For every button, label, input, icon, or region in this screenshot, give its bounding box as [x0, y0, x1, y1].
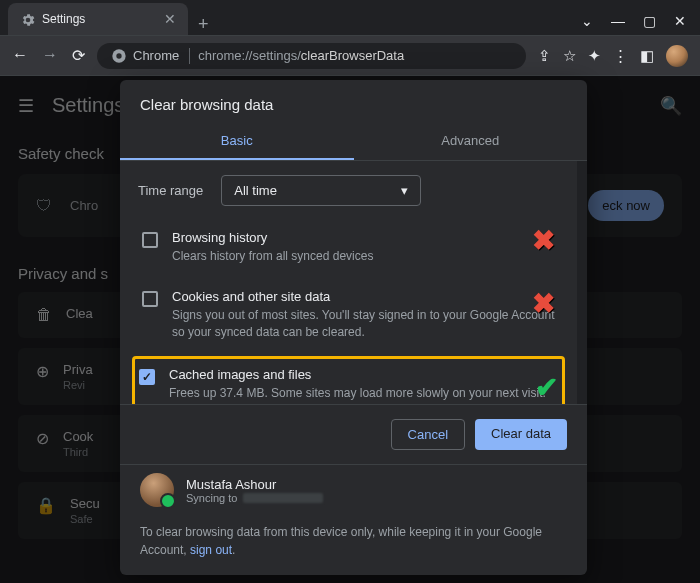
toolbar: ← → ⟳ Chrome chrome://settings/clearBrow…	[0, 36, 700, 76]
clear-data-button[interactable]: Clear data	[475, 419, 567, 450]
clear-data-dialog: Clear browsing data Basic Advanced Time …	[120, 80, 587, 575]
dialog-title: Clear browsing data	[120, 80, 587, 123]
scrollbar-thumb[interactable]	[579, 161, 585, 281]
option-title: Cookies and other site data	[172, 289, 555, 304]
address-bar[interactable]: Chrome chrome://settings/clearBrowserDat…	[97, 43, 526, 69]
close-tab-icon[interactable]: ✕	[164, 11, 176, 27]
checkbox-checked[interactable]	[139, 369, 155, 385]
option-cookies[interactable]: Cookies and other site data Signs you ou…	[138, 277, 559, 353]
menu-icon[interactable]: ⋮	[613, 47, 628, 65]
browser-tab[interactable]: Settings ✕	[8, 3, 188, 35]
profile-avatar[interactable]	[666, 45, 688, 67]
window-controls: ⌄ — ▢ ✕	[581, 13, 700, 35]
tab-title: Settings	[42, 12, 85, 26]
site-chip: Chrome	[111, 48, 190, 64]
share-icon[interactable]: ⇪	[538, 47, 551, 65]
user-sync-label: Syncing to	[186, 492, 237, 504]
dialog-tabs: Basic Advanced	[120, 123, 587, 161]
option-subtitle: Signs you out of most sites. You'll stay…	[172, 307, 555, 341]
time-range-select[interactable]: All time ▾	[221, 175, 421, 206]
option-title: Cached images and files	[169, 367, 546, 382]
user-avatar	[140, 473, 174, 507]
maximize-icon[interactable]: ▢	[643, 13, 656, 29]
back-icon[interactable]: ←	[12, 46, 28, 65]
time-range-value: All time	[234, 183, 277, 198]
new-tab-button[interactable]: +	[188, 14, 219, 35]
redacted-email	[243, 493, 323, 503]
extension-badge-icon[interactable]: ◧	[640, 47, 654, 65]
chrome-icon	[111, 48, 127, 64]
reload-icon[interactable]: ⟳	[72, 46, 85, 65]
option-subtitle: Frees up 37.4 MB. Some sites may load mo…	[169, 385, 546, 402]
checkbox[interactable]	[142, 291, 158, 307]
user-name: Mustafa Ashour	[186, 477, 323, 492]
checkbox[interactable]	[142, 232, 158, 248]
time-range-label: Time range	[138, 183, 203, 198]
synced-user-row: Mustafa Ashour Syncing to	[120, 464, 587, 519]
minimize-icon[interactable]: —	[611, 13, 625, 29]
option-cached-files[interactable]: Cached images and files Frees up 37.4 MB…	[132, 356, 565, 404]
tab-basic[interactable]: Basic	[120, 123, 354, 160]
gear-icon	[20, 12, 34, 26]
extensions-icon[interactable]: ✦	[588, 47, 601, 65]
option-browsing-history[interactable]: Browsing history Clears history from all…	[138, 218, 559, 277]
cancel-button[interactable]: Cancel	[391, 419, 465, 450]
dialog-footnote: To clear browsing data from this device …	[120, 519, 587, 575]
chevron-down-icon: ▾	[401, 183, 408, 198]
option-title: Browsing history	[172, 230, 373, 245]
chevron-down-icon[interactable]: ⌄	[581, 13, 593, 29]
site-chip-label: Chrome	[133, 48, 179, 63]
option-subtitle: Clears history from all synced devices	[172, 248, 373, 265]
sign-out-link[interactable]: sign out	[190, 543, 232, 557]
url-text: chrome://settings/clearBrowserData	[198, 48, 404, 63]
close-window-icon[interactable]: ✕	[674, 13, 686, 29]
annotation-x-icon: ✖	[532, 224, 555, 257]
forward-icon: →	[42, 46, 58, 65]
window-titlebar: Settings ✕ + ⌄ — ▢ ✕	[0, 0, 700, 36]
svg-point-1	[116, 53, 121, 58]
star-icon[interactable]: ☆	[563, 47, 576, 65]
tab-advanced[interactable]: Advanced	[354, 123, 588, 160]
